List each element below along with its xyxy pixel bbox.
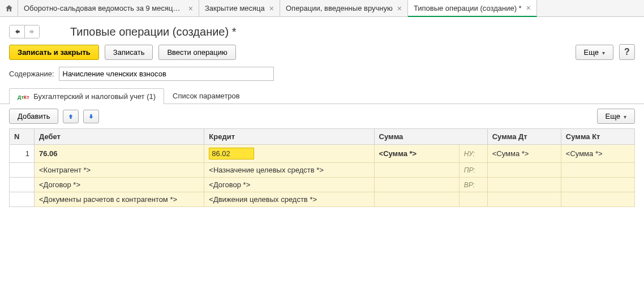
cell-sum-dt[interactable]: <Сумма *> [487,145,561,163]
table-row[interactable]: <Контрагент *> <Назначение целевых средс… [10,163,635,178]
cell-sum-kt[interactable] [561,192,634,207]
subtab-accounting[interactable]: ДтКт Бухгалтерский и налоговый учет (1) [9,88,164,104]
content-label: Содержание: [9,70,54,78]
cell-sum-dt[interactable] [487,192,561,207]
tab-1[interactable]: Закрытие месяца × [199,0,280,16]
content-input[interactable] [59,67,274,81]
arrow-left-icon [13,28,21,36]
cell-flag: ПР: [459,163,487,178]
help-button[interactable]: ? [619,44,635,60]
cell-credit[interactable]: <Назначение целевых средств *> [204,163,374,178]
move-up-button[interactable] [63,110,79,123]
cell-n[interactable]: 1 [10,145,35,163]
tab-label: Закрытие месяца [205,4,265,12]
cell-flag [459,192,487,207]
cell-sum[interactable]: <Сумма *> [374,145,459,163]
home-icon [5,4,14,13]
col-credit[interactable]: Кредит [204,129,374,145]
cell-n [10,192,35,207]
tab-close-icon[interactable]: × [188,5,193,12]
subtab-label: Список параметров [173,92,240,100]
enter-operation-button[interactable]: Ввести операцию [158,45,235,60]
subtabs: ДтКт Бухгалтерский и налоговый учет (1) … [0,88,644,104]
nav-back-button[interactable] [10,25,24,38]
subtab-parameters[interactable]: Список параметров [164,88,248,104]
main-toolbar: Записать и закрыть Записать Ввести опера… [0,44,644,67]
nav-buttons [9,25,40,38]
nav-forward-button[interactable] [24,25,39,38]
add-button[interactable]: Добавить [9,109,58,124]
arrow-right-icon [28,28,36,36]
cell-sum-dt[interactable] [487,178,561,192]
cell-debit[interactable]: 76.06 [35,145,204,163]
tab-label: Оборотно-сальдовая ведомость за 9 месяце… [24,4,184,12]
content-field-row: Содержание: [0,67,644,88]
page-title: Типовые операции (создание) * [70,25,236,38]
inner-toolbar: Добавить Еще [0,104,644,128]
entries-grid: N Дебет Кредит Сумма Сумма Дт Сумма Кт 1… [9,128,635,207]
tab-3[interactable]: Типовые операции (создание) * × [408,0,537,17]
question-icon: ? [624,47,630,57]
subtab-label: Бухгалтерский и налоговый учет (1) [33,92,156,101]
move-down-button[interactable] [83,110,99,123]
col-debit[interactable]: Дебет [35,129,204,145]
home-button[interactable] [0,0,18,16]
table-row[interactable]: 1 76.06 86.02 <Сумма *> НУ: <Сумма *> <С… [10,145,635,163]
table-row[interactable]: <Документы расчетов с контрагентом *> <Д… [10,192,635,207]
tab-0[interactable]: Оборотно-сальдовая ведомость за 9 месяце… [18,0,199,16]
app-tabbar: Оборотно-сальдовая ведомость за 9 месяце… [0,0,644,17]
col-sum[interactable]: Сумма [374,129,487,145]
cell-credit[interactable]: <Движения целевых средств *> [204,192,374,207]
table-row[interactable]: <Договор *> <Договор *> ВР: [10,178,635,192]
cell-credit[interactable]: <Договор *> [204,178,374,192]
cell-sum[interactable] [374,192,459,207]
save-button[interactable]: Записать [105,45,153,60]
cell-sum-kt[interactable] [561,178,634,192]
dtkt-icon: ДтКт [18,94,29,100]
inner-more-button[interactable]: Еще [597,109,635,124]
cell-n [10,163,35,178]
col-n[interactable]: N [10,129,35,145]
cell-debit[interactable]: <Договор *> [35,178,204,192]
tab-close-icon[interactable]: × [269,5,274,12]
save-and-close-button[interactable]: Записать и закрыть [9,45,99,60]
cell-sum-dt[interactable] [487,163,561,178]
tab-label: Типовые операции (создание) * [414,4,522,12]
cell-debit[interactable]: <Контрагент *> [35,163,204,178]
cell-credit[interactable]: 86.02 [204,145,374,163]
cell-flag: НУ: [459,145,487,163]
tab-2[interactable]: Операции, введенные вручную × [280,0,408,16]
titlebar: Типовые операции (создание) * [0,17,644,44]
col-sum-kt[interactable]: Сумма Кт [561,129,634,145]
cell-sum[interactable] [374,163,459,178]
tab-close-icon[interactable]: × [526,4,531,12]
table-header-row: N Дебет Кредит Сумма Сумма Дт Сумма Кт [10,129,635,145]
more-button[interactable]: Еще [576,45,613,60]
cell-debit[interactable]: <Документы расчетов с контрагентом *> [35,192,204,207]
tab-close-icon[interactable]: × [397,5,402,12]
arrow-up-icon [67,113,74,120]
cell-sum-kt[interactable] [561,163,634,178]
grid-wrapper: N Дебет Кредит Сумма Сумма Дт Сумма Кт 1… [0,128,644,207]
cell-n [10,178,35,192]
arrow-down-icon [88,113,95,120]
cell-flag: ВР: [459,178,487,192]
cell-sum-kt[interactable]: <Сумма *> [561,145,634,163]
cell-sum[interactable] [374,178,459,192]
col-sum-dt[interactable]: Сумма Дт [487,129,561,145]
tab-label: Операции, введенные вручную [286,4,393,12]
